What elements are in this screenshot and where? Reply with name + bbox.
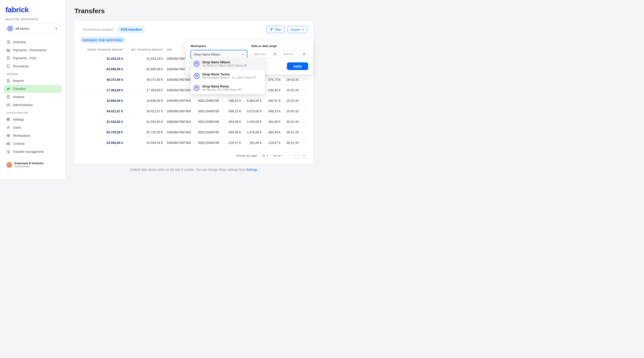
- cell-cro: 24000647867904: [165, 127, 196, 138]
- sidebar-item-reports[interactable]: Reports: [4, 77, 62, 85]
- sidebar-item-transfers[interactable]: Transfers: [4, 85, 62, 93]
- tab-ecommerce-transfers[interactable]: Ecommerce transfers: [80, 26, 116, 33]
- nav-label: Transfers: [13, 87, 26, 91]
- row-actions-button[interactable]: ···: [300, 85, 307, 96]
- sidebar-item-settings[interactable]: Settings: [4, 115, 62, 124]
- svg-marker-27: [270, 29, 273, 31]
- workspace-option[interactable]: Shop Name TorinoVia Giuseppe Carducci , …: [190, 70, 265, 82]
- row-actions-button[interactable]: ···: [300, 138, 307, 148]
- sidebar-item-transfer-management[interactable]: Transfer management: [4, 148, 62, 156]
- workspace-section-label: SELECTED WORKSPACE: [4, 18, 62, 21]
- filter-button[interactable]: Filter: [266, 26, 285, 33]
- row-actions-button[interactable]: ···: [300, 127, 307, 138]
- calendar-icon: [302, 53, 306, 56]
- cell: 26-01-20: [282, 138, 300, 148]
- sidebar-item-payments-pos[interactable]: Payments - POS: [4, 54, 62, 62]
- page-total-button[interactable]: ···: [283, 152, 289, 159]
- export-button[interactable]: Export: [288, 26, 307, 33]
- cell: -368,23 €: [264, 106, 282, 117]
- table-row[interactable]: 55.725,09 €55.725,09 €240006478679040001…: [80, 127, 307, 138]
- cell-gross: 15.554,94 €: [80, 138, 125, 148]
- transfers-icon: [6, 87, 10, 91]
- table-row[interactable]: 34.921,67 €34.921,67 €240006478679040001…: [80, 106, 307, 117]
- user-block[interactable]: Emanuela D'Antonini Administrator: [4, 160, 62, 170]
- payments-pos-icon: [6, 56, 10, 60]
- table-row[interactable]: 18.839,56 €18.839,56 €240006478679040001…: [80, 96, 307, 106]
- cell-gross: 64.959,99 €: [80, 64, 125, 75]
- cell: -376,75 €: [264, 75, 282, 85]
- date-to-input[interactable]: Date to: [281, 50, 308, 58]
- cell-gross: 17.354,69 €: [80, 85, 125, 96]
- workspace-select-box[interactable]: Shop Name Milano: [190, 50, 247, 59]
- nav-label: Workspaces: [13, 134, 30, 137]
- cell: 28-01-20: [282, 127, 300, 138]
- cell-net: 39.372,65 €: [125, 75, 165, 85]
- footer-settings-link[interactable]: Settings: [246, 168, 258, 171]
- tab-pos-transfers[interactable]: POS transfers: [118, 26, 145, 33]
- row-actions-button[interactable]: ···: [300, 96, 307, 106]
- cell-cro: 24000647867904: [165, 138, 196, 148]
- nav-label: Reports: [13, 79, 24, 83]
- option-address: Via Mazzini, 45, 10900 Roma RO: [202, 88, 242, 91]
- cell-gross: 31.023,25 €: [80, 54, 125, 64]
- workspace-option[interactable]: Shop Name MilanoVia Torino 10 Milano 201…: [190, 58, 265, 70]
- sidebar-item-administration[interactable]: Administration: [4, 101, 62, 109]
- svg-point-17: [7, 119, 8, 119]
- apply-button[interactable]: Apply: [287, 63, 308, 70]
- cell-net: 64.959,99 €: [125, 64, 165, 75]
- nav-label: Controls: [13, 142, 24, 145]
- chevron-down-icon: [55, 27, 58, 30]
- cell: 10-02-20: [282, 106, 300, 117]
- cell-cro: 24000647867904: [165, 106, 196, 117]
- row-actions-button[interactable]: ···: [300, 75, 307, 85]
- export-label: Export: [291, 28, 300, 31]
- svg-point-20: [8, 126, 9, 128]
- footer-text: Default data shown refers to the last 3 …: [130, 168, 246, 171]
- user-role: Administrator: [14, 165, 44, 168]
- cell: -285,51 €: [264, 96, 282, 106]
- cell: -484,99 €: [264, 127, 282, 138]
- page-prev-button[interactable]: [292, 152, 298, 159]
- workspace-option[interactable]: Shop Name RomaVia Mazzini, 45, 10900 Rom…: [190, 82, 265, 94]
- svg-rect-29: [196, 75, 198, 77]
- sidebar-item-documents[interactable]: Documents: [4, 62, 62, 70]
- sidebar-item-invoices[interactable]: Invoices: [4, 93, 62, 101]
- svg-point-19: [9, 118, 10, 119]
- workspace-selected-label: All stores: [16, 27, 55, 31]
- svg-rect-6: [8, 57, 10, 60]
- cell-transfer: 000123456789: [196, 106, 224, 117]
- option-address: Via Torino 10 Milano 20123 Milano MI: [202, 64, 247, 67]
- sidebar-item-overview[interactable]: Overview: [4, 38, 62, 46]
- cell-gross: 55.725,09 €: [80, 127, 125, 138]
- cell-net: 15.554,94 €: [125, 138, 165, 148]
- sidebar-item-workspaces[interactable]: Workspaces: [4, 132, 62, 140]
- cell-transfer: 000123456789: [196, 127, 224, 138]
- workspace-selector[interactable]: All stores: [4, 23, 62, 34]
- page-title: Transfers: [74, 7, 313, 15]
- svg-point-22: [7, 134, 10, 137]
- payments-ecommerce-icon: [6, 48, 10, 52]
- cell: 18-02-20: [282, 75, 300, 85]
- table-row[interactable]: 41.933,82 €41.933,82 €240006478679040001…: [80, 117, 307, 127]
- row-actions-button[interactable]: ···: [300, 117, 307, 127]
- cell-net: 31.023,25 €: [125, 54, 165, 64]
- cell: 2.976,00 €: [242, 127, 264, 138]
- row-actions-button[interactable]: ···: [300, 106, 307, 117]
- page-size-value: 10: [262, 154, 265, 157]
- cell-transfer: 000123456789: [196, 138, 224, 148]
- page-size-select[interactable]: 10: [259, 153, 271, 159]
- sidebar-item-users[interactable]: Users: [4, 124, 62, 132]
- cell-net: 55.725,09 €: [125, 127, 165, 138]
- table-row[interactable]: 15.554,94 €15.554,94 €240006478679040001…: [80, 138, 307, 148]
- cell: 15-02-20: [282, 96, 300, 106]
- sidebar-item-controls[interactable]: Controls: [4, 140, 62, 148]
- cell: 03-02-20: [282, 117, 300, 127]
- store-icon: [194, 61, 200, 67]
- section-config-header: CONFIGURATION: [4, 109, 62, 115]
- filter-chip-workspace[interactable]: workspace: shop name milano: [80, 37, 125, 43]
- date-from-input[interactable]: Date from: [251, 50, 279, 58]
- nav-label: Users: [13, 126, 21, 129]
- cell-gross: 34.921,67 €: [80, 106, 125, 117]
- page-next-button[interactable]: [300, 152, 307, 159]
- sidebar-item-payments-ecommerce[interactable]: Payments - Ecommerce: [4, 46, 62, 54]
